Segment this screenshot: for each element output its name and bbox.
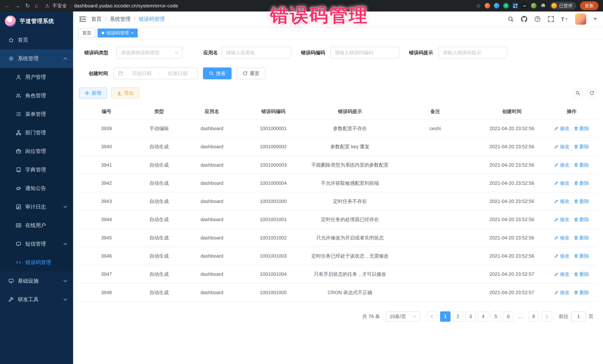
breadcrumb-item-home[interactable]: 首页 / — [91, 16, 110, 22]
tab-close-icon[interactable]: × — [131, 30, 134, 36]
help-icon[interactable] — [534, 16, 541, 22]
error-code-input[interactable] — [335, 50, 395, 55]
edit-link[interactable]: 修改 — [554, 270, 569, 278]
address-bar[interactable]: ⚠ 不安全 | dashboard.yudao.iocoder.cn/syste… — [45, 3, 178, 9]
export-button[interactable]: 导出 — [111, 88, 139, 99]
extension-icon-leaf[interactable] — [531, 3, 537, 9]
github-icon[interactable] — [521, 16, 527, 22]
extensions-puzzle-icon[interactable] — [540, 3, 546, 9]
sidebar-item-label: 字典管理 — [25, 166, 46, 173]
extension-icon-red[interactable] — [485, 3, 490, 9]
pencil-icon — [554, 217, 559, 222]
sidebar-item-home[interactable]: 首页 — [0, 31, 73, 49]
app-logo: 芋道管理系统 — [0, 11, 73, 31]
sidebar-item-errcode[interactable]: 错误码管理 — [0, 253, 73, 272]
sidebar-item-menu[interactable]: 菜单管理 — [0, 105, 73, 123]
delete-link[interactable]: 删除 — [574, 289, 589, 296]
table-row: 3946 自动生成 dashboard 1001001003 定时任务已经处于该… — [79, 247, 597, 265]
show-search-toggle-button[interactable] — [573, 88, 583, 98]
page-button-...[interactable]: ... — [516, 311, 526, 322]
app-name-input[interactable] — [226, 50, 287, 55]
delete-link[interactable]: 删除 — [574, 125, 589, 132]
browser-profile-chip[interactable]: 已暂停 — [550, 2, 576, 10]
edit-link[interactable]: 修改 — [554, 289, 569, 296]
sidebar-item-notice[interactable]: 通知公告 — [0, 179, 73, 198]
sidebar-item-user[interactable]: 用户管理 — [0, 68, 73, 86]
page-size-select[interactable]: 10条/页 — [386, 311, 420, 322]
delete-link[interactable]: 删除 — [574, 161, 589, 169]
collapse-sidebar-icon[interactable] — [79, 16, 86, 22]
goto-page-input[interactable] — [571, 311, 586, 322]
sidebar-item-sms[interactable]: 短信管理 — [0, 235, 73, 253]
delete-link[interactable]: 删除 — [574, 198, 589, 205]
trash-icon — [574, 163, 578, 167]
sidebar-item-dict[interactable]: 字典管理 — [0, 161, 73, 179]
error-message-input[interactable] — [443, 50, 503, 55]
cell-error-message: 不允许获取敏感配置到前端 — [307, 179, 393, 187]
create-time-range-picker[interactable]: 开始日期 - 结束日期 — [114, 67, 198, 79]
browser-home-icon[interactable]: ⌂ — [35, 3, 38, 9]
page-button-5[interactable]: 5 — [491, 311, 501, 322]
bookmark-star-icon[interactable]: ☆ — [476, 3, 481, 9]
breadcrumb-item-errcode[interactable]: 错误码管理 / — [139, 16, 165, 22]
sidebar-item-system[interactable]: 系统管理 — [0, 49, 73, 68]
delete-link[interactable]: 删除 — [574, 270, 589, 278]
page-button-2[interactable]: 2 — [453, 311, 463, 322]
extension-icon-grid[interactable] — [512, 3, 518, 9]
profile-paused-label: 已暂停 — [559, 3, 573, 9]
url-text[interactable]: dashboard.yudao.iocoder.cn/system/error-… — [74, 3, 178, 9]
extension-icon-dark[interactable]: on — [522, 3, 527, 9]
delete-link[interactable]: 删除 — [574, 179, 589, 187]
tab-home[interactable]: 首页 × — [78, 29, 95, 37]
edit-link[interactable]: 修改 — [554, 125, 569, 132]
table-row: 3942 自动生成 dashboard 1001000004 不允许获取敏感配置… — [79, 174, 597, 192]
avatar-caret-down-icon[interactable] — [593, 18, 597, 20]
cell-actions: 修改 删除 — [546, 216, 597, 223]
sidebar-item-online[interactable]: 在线用户 — [0, 216, 73, 235]
reset-button[interactable]: 重置 — [237, 67, 265, 79]
error-type-select[interactable]: 请选择错误码类型 — [116, 47, 183, 59]
edit-link[interactable]: 修改 — [554, 161, 569, 169]
browser-reload-icon[interactable]: ↻ — [25, 3, 30, 9]
trash-icon — [574, 144, 578, 149]
user-avatar[interactable] — [575, 13, 586, 25]
search-button[interactable]: 搜索 — [203, 67, 232, 79]
delete-link[interactable]: 删除 — [574, 143, 589, 150]
fullscreen-icon[interactable] — [548, 16, 554, 22]
breadcrumb-item-system[interactable]: 系统管理 / — [110, 16, 139, 22]
browser-back-icon[interactable]: ← — [4, 3, 10, 9]
edit-link[interactable]: 修改 — [554, 216, 569, 223]
page-button-4[interactable]: 4 — [478, 311, 488, 322]
edit-link[interactable]: 修改 — [554, 198, 569, 205]
sidebar-item-devtools[interactable]: 研发工具 — [0, 290, 73, 309]
page-button-3[interactable]: 3 — [465, 311, 476, 322]
search-icon[interactable] — [508, 16, 514, 22]
font-size-icon[interactable]: TT — [561, 16, 568, 22]
sidebar-item-dept[interactable]: 部门管理 — [0, 123, 73, 142]
delete-link[interactable]: 删除 — [574, 252, 589, 260]
extension-icon-green[interactable]: V — [503, 3, 509, 9]
prev-page-button[interactable] — [427, 311, 437, 322]
page-button-8[interactable]: 8 — [528, 311, 539, 322]
sidebar-item-role[interactable]: 角色管理 — [0, 86, 73, 105]
delete-link[interactable]: 删除 — [574, 216, 589, 223]
filter-row-1: 错误码类型 请选择错误码类型 应用名 错误码编码 错误码提示 — [79, 47, 597, 59]
page-button-1[interactable]: 1 — [440, 311, 451, 322]
refresh-table-button[interactable] — [587, 88, 597, 98]
edit-link[interactable]: 修改 — [554, 179, 569, 187]
browser-update-button[interactable]: 更新 — [580, 1, 599, 10]
delete-link[interactable]: 删除 — [574, 234, 589, 242]
sidebar-item-infra[interactable]: 基础设施 — [0, 272, 73, 290]
tab-errcode[interactable]: 错误码管理 × — [98, 29, 138, 37]
next-page-button[interactable] — [542, 311, 552, 322]
extension-icon-blue[interactable] — [494, 3, 499, 9]
edit-link[interactable]: 修改 — [554, 234, 569, 242]
sidebar-item-post[interactable]: 岗位管理 — [0, 142, 73, 161]
sidebar-item-audit[interactable]: 审计日志 — [0, 198, 73, 216]
not-secure-warning-icon: ⚠ — [45, 3, 49, 9]
browser-forward-icon[interactable]: → — [15, 3, 20, 9]
edit-link[interactable]: 修改 — [554, 143, 569, 150]
edit-link[interactable]: 修改 — [554, 252, 569, 260]
page-button-6[interactable]: 6 — [503, 311, 514, 322]
add-button[interactable]: 新增 — [79, 88, 107, 99]
